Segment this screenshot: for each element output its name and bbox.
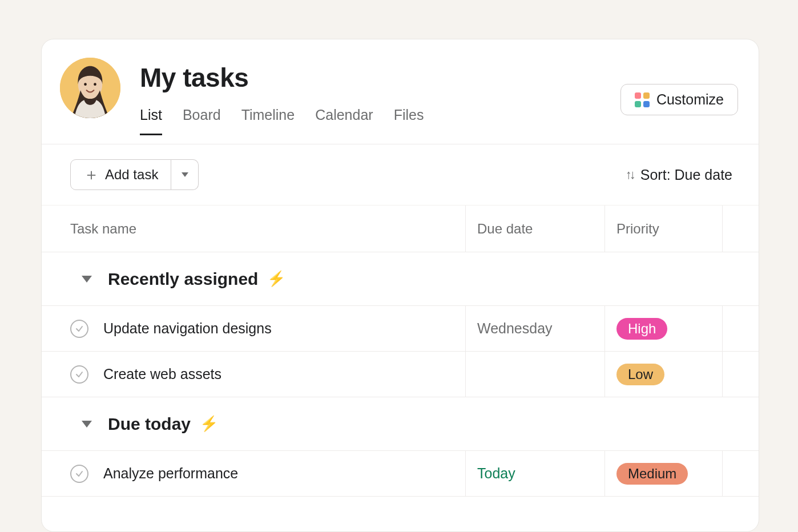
add-task-label: Add task	[105, 167, 158, 183]
sort-control[interactable]: ↑↓ Sort: Due date	[626, 167, 732, 183]
complete-toggle[interactable]	[70, 465, 88, 483]
priority-pill: Medium	[616, 463, 688, 485]
add-task-group: ＋ Add task	[70, 159, 199, 190]
tab-board[interactable]: Board	[183, 107, 221, 135]
header: My tasks List Board Timeline Calendar Fi…	[42, 39, 759, 144]
column-header-row: Task name Due date Priority	[42, 205, 759, 252]
priority-pill: High	[616, 318, 667, 340]
lightning-icon: ⚡️	[200, 415, 218, 433]
svg-point-2	[94, 83, 96, 86]
tab-timeline[interactable]: Timeline	[241, 107, 295, 135]
add-task-dropdown[interactable]	[171, 159, 199, 190]
due-date: Wednesday	[477, 320, 553, 337]
avatar-image	[60, 58, 120, 118]
task-name: Create web assets	[103, 366, 221, 382]
column-due-date[interactable]: Due date	[465, 205, 604, 252]
app-frame: My tasks List Board Timeline Calendar Fi…	[41, 39, 759, 532]
task-cell-name: Analyze performance	[70, 451, 465, 496]
task-cell-due[interactable]: Wednesday	[465, 306, 604, 351]
column-priority[interactable]: Priority	[604, 205, 722, 252]
task-cell-priority[interactable]: Low	[604, 352, 722, 397]
task-row[interactable]: Create web assets Low	[42, 352, 759, 397]
column-extra	[722, 205, 759, 252]
sort-label: Sort: Due date	[640, 167, 732, 183]
lightning-icon: ⚡️	[267, 270, 285, 288]
task-name: Analyze performance	[103, 465, 238, 482]
tab-files[interactable]: Files	[394, 107, 424, 135]
tab-calendar[interactable]: Calendar	[315, 107, 373, 135]
task-cell-name: Create web assets	[70, 352, 465, 397]
priority-pill: Low	[616, 364, 664, 385]
task-cell-due[interactable]	[465, 352, 604, 397]
section-header-recently-assigned[interactable]: Recently assigned ⚡️	[42, 252, 759, 306]
check-icon	[75, 324, 84, 333]
plus-icon: ＋	[83, 167, 99, 183]
section-title: Due today	[101, 414, 191, 434]
toolbar: ＋ Add task ↑↓ Sort: Due date	[42, 144, 759, 205]
customize-label: Customize	[656, 91, 724, 108]
column-task-name[interactable]: Task name	[70, 205, 465, 252]
task-cell-name: Update navigation designs	[70, 306, 465, 351]
user-avatar[interactable]	[60, 58, 120, 118]
section-header-due-today[interactable]: Due today ⚡️	[42, 397, 759, 451]
due-date: Today	[477, 465, 515, 482]
task-cell-extra	[722, 306, 759, 351]
svg-point-1	[84, 83, 87, 86]
task-cell-extra	[722, 352, 759, 397]
complete-toggle[interactable]	[70, 365, 88, 384]
task-name: Update navigation designs	[103, 320, 272, 337]
task-row[interactable]: Analyze performance Today Medium	[42, 451, 759, 497]
task-cell-extra	[722, 451, 759, 496]
section-title: Recently assigned	[101, 269, 258, 289]
caret-down-icon	[82, 276, 92, 283]
task-cell-priority[interactable]: High	[604, 306, 722, 351]
tab-list[interactable]: List	[140, 107, 162, 135]
complete-toggle[interactable]	[70, 320, 88, 338]
task-cell-priority[interactable]: Medium	[604, 451, 722, 496]
customize-button[interactable]: Customize	[620, 84, 738, 115]
task-row[interactable]: Update navigation designs Wednesday High	[42, 306, 759, 352]
chevron-down-icon	[182, 172, 188, 177]
check-icon	[75, 469, 84, 478]
check-icon	[75, 370, 84, 379]
add-task-button[interactable]: ＋ Add task	[70, 159, 171, 190]
customize-icon	[635, 92, 650, 107]
task-cell-due[interactable]: Today	[465, 451, 604, 496]
sort-icon: ↑↓	[626, 167, 634, 182]
caret-down-icon	[82, 421, 92, 428]
